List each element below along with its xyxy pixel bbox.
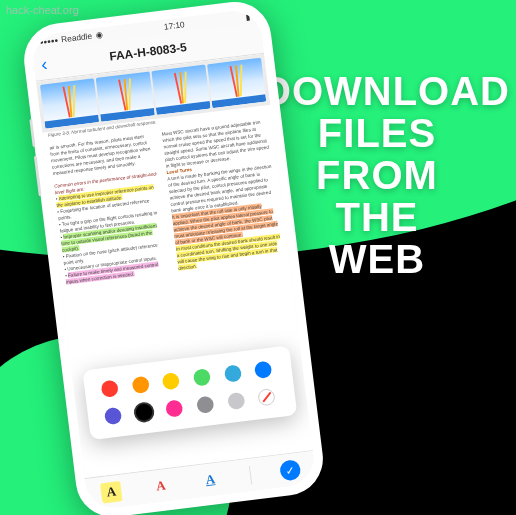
color-swatch[interactable] <box>162 372 180 390</box>
text-color-button[interactable]: A <box>150 474 173 497</box>
color-swatch[interactable] <box>227 392 245 410</box>
signal-icon <box>40 39 58 44</box>
color-swatch-selected[interactable] <box>135 403 153 421</box>
document-content[interactable]: Figure 3-8. Normal turbulent and downdra… <box>36 54 313 478</box>
color-swatch[interactable] <box>104 407 122 425</box>
color-swatch[interactable] <box>254 361 272 379</box>
color-swatch[interactable] <box>193 368 211 386</box>
battery-icon: ▮ <box>245 12 251 22</box>
document-body: air is smooth. For this reason, pilots m… <box>43 112 290 292</box>
carrier-label: Readdle <box>61 31 93 44</box>
back-button[interactable]: ‹ <box>40 54 49 76</box>
watermark-text: hack-cheat.org <box>6 4 79 16</box>
document-title: FAA-H-8083-5 <box>109 40 188 63</box>
color-swatch[interactable] <box>165 399 183 417</box>
confirm-button[interactable]: ✓ <box>279 459 302 482</box>
color-swatch[interactable] <box>131 376 149 394</box>
color-swatch[interactable] <box>100 379 118 397</box>
color-swatch[interactable] <box>223 364 241 382</box>
color-swatch-none[interactable] <box>258 388 276 406</box>
color-picker-popup <box>82 345 297 440</box>
highlight-button[interactable]: A <box>100 481 123 504</box>
underline-button[interactable]: A <box>199 468 222 491</box>
time-label: 17:10 <box>163 20 185 32</box>
color-swatch[interactable] <box>196 396 214 414</box>
wifi-icon: ◉ <box>95 30 103 40</box>
